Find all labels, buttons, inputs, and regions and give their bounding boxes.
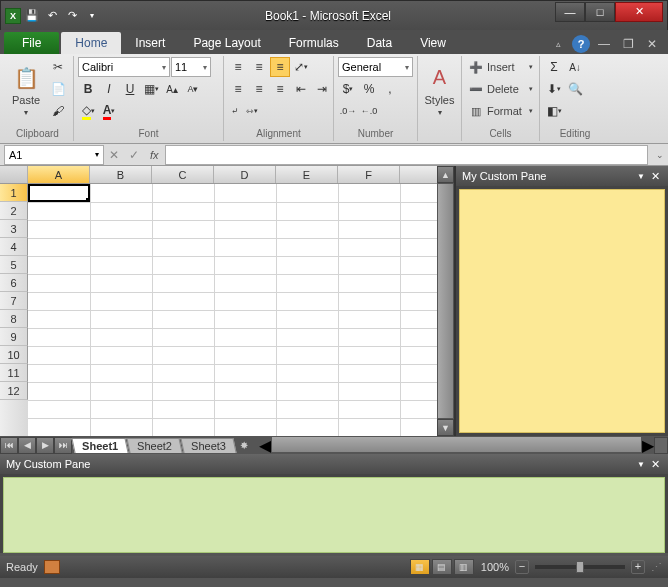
- formula-input[interactable]: [165, 145, 648, 165]
- number-format-combo[interactable]: General▾: [338, 57, 413, 77]
- hscroll-thumb[interactable]: [271, 436, 642, 453]
- doc-close-icon[interactable]: ✕: [642, 34, 662, 54]
- sheet-tab-2[interactable]: Sheet2: [126, 438, 182, 453]
- column-header-a[interactable]: A: [28, 166, 90, 183]
- maximize-button[interactable]: □: [585, 2, 615, 22]
- copy-icon[interactable]: 📄: [48, 79, 68, 99]
- task-pane-right-menu-icon[interactable]: ▼: [633, 172, 649, 181]
- bold-button[interactable]: B: [78, 79, 98, 99]
- increase-decimal-icon[interactable]: .0→: [338, 101, 358, 121]
- cancel-formula-icon[interactable]: ✕: [104, 145, 124, 165]
- row-header-10[interactable]: 10: [0, 346, 28, 364]
- scroll-left-icon[interactable]: ◀: [259, 436, 271, 455]
- minimize-ribbon-icon[interactable]: ▵: [548, 34, 568, 54]
- qat-customize-icon[interactable]: ▾: [83, 7, 101, 25]
- row-header-9[interactable]: 9: [0, 328, 28, 346]
- align-middle-icon[interactable]: ≡: [249, 57, 269, 77]
- tab-data[interactable]: Data: [353, 32, 406, 54]
- shrink-font-icon[interactable]: A▾: [183, 79, 203, 99]
- redo-icon[interactable]: ↷: [63, 7, 81, 25]
- fill-color-button[interactable]: ◇▾: [78, 101, 98, 121]
- decrease-decimal-icon[interactable]: ←.0: [359, 101, 379, 121]
- tab-insert[interactable]: Insert: [121, 32, 179, 54]
- enter-formula-icon[interactable]: ✓: [124, 145, 144, 165]
- align-top-icon[interactable]: ≡: [228, 57, 248, 77]
- row-header-1[interactable]: 1: [0, 184, 28, 202]
- font-name-combo[interactable]: Calibri▾: [78, 57, 170, 77]
- row-header-6[interactable]: 6: [0, 274, 28, 292]
- cells-area[interactable]: [28, 184, 437, 436]
- row-header-8[interactable]: 8: [0, 310, 28, 328]
- column-header-b[interactable]: B: [90, 166, 152, 183]
- vertical-scrollbar[interactable]: ▲ ▼: [437, 166, 454, 436]
- align-center-icon[interactable]: ≡: [249, 79, 269, 99]
- vscroll-thumb[interactable]: [437, 183, 454, 419]
- format-cells-button[interactable]: ▥Format▾: [466, 101, 535, 121]
- align-bottom-icon[interactable]: ≡: [270, 57, 290, 77]
- row-header-3[interactable]: 3: [0, 220, 28, 238]
- fill-button[interactable]: ⬇▾: [544, 79, 564, 99]
- paste-button[interactable]: 📋 Paste ▾: [6, 57, 46, 123]
- align-left-icon[interactable]: ≡: [228, 79, 248, 99]
- percent-format-icon[interactable]: %: [359, 79, 379, 99]
- name-box-dropdown-icon[interactable]: ▾: [95, 150, 99, 159]
- name-box[interactable]: A1▾: [4, 145, 104, 165]
- doc-restore-icon[interactable]: ❐: [618, 34, 638, 54]
- scroll-up-icon[interactable]: ▲: [437, 166, 454, 183]
- save-icon[interactable]: 💾: [23, 7, 41, 25]
- increase-indent-icon[interactable]: ⇥: [312, 79, 332, 99]
- zoom-out-button[interactable]: −: [515, 560, 529, 574]
- zoom-slider[interactable]: [535, 565, 625, 569]
- row-header-4[interactable]: 4: [0, 238, 28, 256]
- sheet-nav-prev-icon[interactable]: ◀: [18, 437, 36, 454]
- font-size-combo[interactable]: 11▾: [171, 57, 211, 77]
- page-break-view-icon[interactable]: ▥: [454, 559, 474, 575]
- column-header-e[interactable]: E: [276, 166, 338, 183]
- tab-view[interactable]: View: [406, 32, 460, 54]
- clear-button[interactable]: ◧▾: [544, 101, 564, 121]
- sheet-nav-last-icon[interactable]: ⏭: [54, 437, 72, 454]
- column-header-c[interactable]: C: [152, 166, 214, 183]
- delete-cells-button[interactable]: ➖Delete▾: [466, 79, 535, 99]
- paste-dropdown-icon[interactable]: ▾: [24, 108, 28, 117]
- font-color-button[interactable]: A▾: [99, 101, 119, 121]
- decrease-indent-icon[interactable]: ⇤: [291, 79, 311, 99]
- insert-function-button[interactable]: fx: [144, 149, 165, 161]
- sheet-nav-first-icon[interactable]: ⏮: [0, 437, 18, 454]
- border-button[interactable]: ▦▾: [141, 79, 161, 99]
- resize-grip-icon[interactable]: ⋰: [651, 561, 662, 574]
- zoom-in-button[interactable]: +: [631, 560, 645, 574]
- page-layout-view-icon[interactable]: ▤: [432, 559, 452, 575]
- zoom-level[interactable]: 100%: [481, 561, 509, 573]
- row-header-11[interactable]: 11: [0, 364, 28, 382]
- column-header-f[interactable]: F: [338, 166, 400, 183]
- task-pane-right-title-bar[interactable]: My Custom Pane ▼ ✕: [456, 166, 668, 186]
- sort-filter-button[interactable]: A↓: [565, 57, 585, 77]
- styles-button[interactable]: A Styles ▾: [422, 57, 457, 123]
- select-all-button[interactable]: [0, 166, 28, 183]
- task-pane-bottom-menu-icon[interactable]: ▼: [633, 460, 649, 469]
- insert-sheet-icon[interactable]: ✸: [235, 440, 253, 451]
- scroll-down-icon[interactable]: ▼: [437, 419, 454, 436]
- task-pane-bottom-title-bar[interactable]: My Custom Pane ▼ ✕: [0, 454, 668, 474]
- comma-format-icon[interactable]: ,: [380, 79, 400, 99]
- wrap-text-button[interactable]: ⤶: [228, 101, 242, 121]
- expand-formula-bar-icon[interactable]: ⌄: [652, 150, 668, 160]
- row-header-5[interactable]: 5: [0, 256, 28, 274]
- close-button[interactable]: ✕: [615, 2, 663, 22]
- tab-home[interactable]: Home: [61, 32, 121, 54]
- horizontal-scrollbar[interactable]: ◀ ▶: [259, 436, 654, 455]
- split-box[interactable]: [654, 437, 668, 454]
- undo-icon[interactable]: ↶: [43, 7, 61, 25]
- accounting-format-icon[interactable]: $▾: [338, 79, 358, 99]
- sheet-tab-1[interactable]: Sheet1: [71, 438, 128, 453]
- orientation-icon[interactable]: ⤢▾: [291, 57, 311, 77]
- row-header-12[interactable]: 12: [0, 382, 28, 400]
- cut-icon[interactable]: ✂: [48, 57, 68, 77]
- italic-button[interactable]: I: [99, 79, 119, 99]
- find-select-button[interactable]: 🔍: [565, 79, 585, 99]
- task-pane-right-close-icon[interactable]: ✕: [649, 170, 662, 183]
- column-header-d[interactable]: D: [214, 166, 276, 183]
- merge-center-button[interactable]: ⇿▾: [243, 101, 261, 121]
- align-right-icon[interactable]: ≡: [270, 79, 290, 99]
